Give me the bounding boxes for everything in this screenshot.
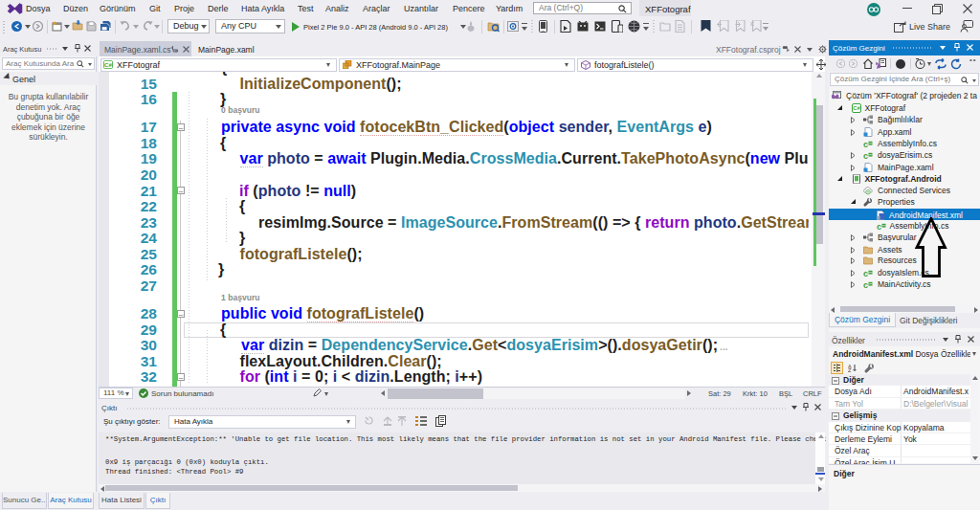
svg-text:c: c: [863, 150, 868, 160]
svg-text:c: c: [877, 221, 881, 231]
svg-text:c: c: [863, 280, 868, 290]
svg-text:c: c: [863, 268, 868, 277]
svg-text:c: c: [863, 139, 868, 148]
svg-text:C#: C#: [853, 105, 860, 111]
svg-text:C#: C#: [104, 61, 112, 68]
